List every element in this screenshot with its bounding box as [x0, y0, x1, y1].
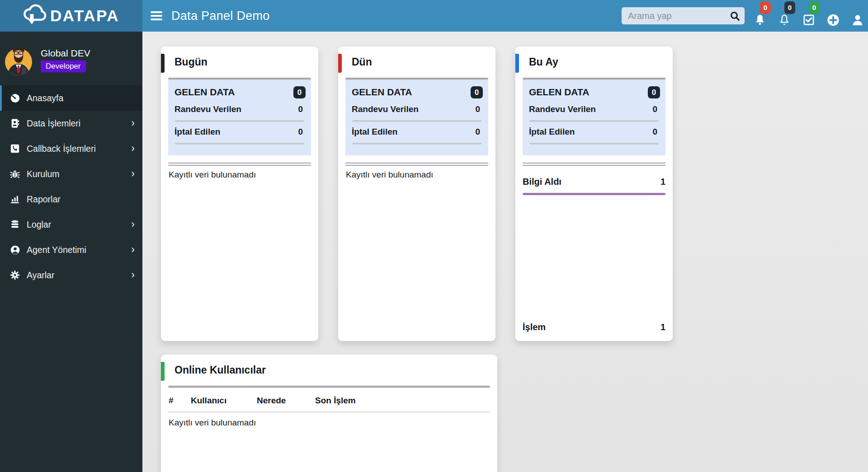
randevu-verilen-value: 0 — [475, 104, 483, 114]
chevron-right-icon: › — [131, 168, 135, 180]
card-title: Bu Ay — [529, 56, 558, 68]
sidebar-item-anasayfa[interactable]: Anasayfa — [0, 85, 142, 111]
card-bu-ay: Bu Ay GELEN DATA 0 Randevu Verilen 0 İpt… — [515, 47, 673, 341]
card-accent-bar — [161, 54, 165, 73]
divider — [345, 163, 488, 166]
card-accent-bar — [338, 54, 342, 73]
gelen-data-label: GELEN DATA — [175, 87, 235, 98]
sidebar-item-label: Data İşlemleri — [27, 118, 80, 129]
sidebar-item-label: Callback İşlemleri — [27, 144, 96, 154]
gelen-data-count-badge: 0 — [471, 86, 483, 98]
divider — [168, 411, 490, 412]
islem-label: İşlem — [523, 322, 546, 332]
alerts-count-badge: 0 — [760, 1, 771, 14]
chevron-right-icon: › — [131, 218, 135, 230]
chevron-right-icon: › — [131, 117, 135, 129]
iptal-edilen-value: 0 — [652, 127, 660, 137]
user-panel: Global DEV Developer — [0, 32, 142, 85]
randevu-verilen-value: 0 — [652, 104, 660, 114]
bell-outline-icon — [778, 14, 791, 26]
card-title: Online Kullanıcılar — [175, 364, 266, 376]
card-accent-bar — [515, 54, 519, 73]
card-title: Bugün — [175, 56, 208, 68]
card-online-kullanicilar: Online Kullanıcılar # Kullanıcı Nerede S… — [161, 355, 497, 472]
search-icon[interactable] — [729, 10, 741, 23]
phone-square-icon — [9, 143, 20, 154]
iptal-edilen-value: 0 — [475, 127, 483, 137]
database-icon — [9, 219, 20, 230]
sidebar-item-ayarlar[interactable]: Ayarlar › — [0, 262, 142, 288]
column-header-son-islem: Son İşlem — [315, 396, 356, 406]
divider — [529, 143, 659, 145]
sidebar-item-kurulum[interactable]: Kurulum › — [0, 161, 142, 187]
randevu-verilen-label: Randevu Verilen — [529, 104, 596, 114]
islem-value: 1 — [660, 322, 665, 332]
divider — [175, 120, 304, 122]
topbar-icon-group: 0 0 0 — [748, 0, 868, 32]
search-input[interactable] — [622, 7, 745, 24]
tachometer-icon — [9, 93, 20, 103]
bug-icon — [9, 168, 20, 179]
iptal-edilen-value: 0 — [298, 127, 306, 137]
sidebar: Global DEV Developer Anasayfa — [0, 32, 142, 472]
cloud-download-logo-icon — [23, 3, 47, 28]
add-new-menu[interactable] — [821, 0, 845, 32]
tasks-menu[interactable]: 0 — [797, 0, 821, 32]
bilgi-aldi-underline — [523, 193, 665, 195]
sidebar-item-label: Raporlar — [27, 194, 61, 205]
alerts-menu[interactable]: 0 — [748, 0, 772, 32]
empty-state-text: Kayıtlı veri bulunamadı — [346, 170, 433, 180]
empty-state-text: Kayıtlı veri bulunamadı — [169, 170, 256, 180]
empty-state-text: Kayıtlı veri bulunamadı — [169, 418, 256, 428]
notifications-menu[interactable]: 0 — [772, 0, 797, 32]
account-menu[interactable] — [845, 0, 868, 32]
gelen-data-label: GELEN DATA — [529, 87, 589, 98]
plus-circle-icon — [827, 14, 840, 27]
gelen-data-count-badge: 0 — [293, 86, 306, 98]
gelen-data-panel: GELEN DATA 0 Randevu Verilen 0 İptal Edi… — [345, 80, 488, 155]
card-title: Dün — [352, 56, 372, 68]
user-icon — [851, 14, 864, 27]
sidebar-item-label: Anasayfa — [27, 93, 63, 103]
chevron-right-icon: › — [131, 142, 135, 154]
brand-logo[interactable]: DATAPA — [0, 0, 142, 32]
chevron-right-icon: › — [131, 243, 135, 256]
divider — [352, 120, 481, 122]
gear-icon — [9, 270, 20, 280]
chevron-right-icon: › — [131, 269, 135, 281]
user-name: Global DEV — [41, 48, 90, 59]
randevu-verilen-label: Randevu Verilen — [352, 104, 419, 114]
iptal-edilen-label: İptal Edilen — [175, 127, 220, 137]
gelen-data-panel: GELEN DATA 0 Randevu Verilen 0 İptal Edi… — [523, 80, 665, 155]
card-dun: Dün GELEN DATA 0 Randevu Verilen 0 İptal… — [338, 47, 495, 341]
check-square-icon — [803, 14, 815, 26]
sidebar-item-label: Agent Yönetimi — [27, 245, 86, 255]
sidebar-item-label: Kurulum — [27, 169, 60, 179]
column-header-number: # — [169, 396, 174, 406]
sidebar-item-loglar[interactable]: Loglar › — [0, 212, 142, 237]
bell-filled-icon — [754, 14, 766, 26]
iptal-edilen-label: İptal Edilen — [529, 127, 575, 137]
divider — [523, 163, 665, 166]
brand-name: DATAPA — [50, 7, 119, 25]
search-box — [622, 7, 745, 24]
column-header-nerede: Nerede — [257, 396, 286, 406]
topbar: DATAPA Data Panel Demo 0 0 — [0, 0, 868, 32]
user-role-badge: Developer — [41, 61, 86, 72]
page-title: Data Panel Demo — [171, 0, 270, 32]
user-avatar — [5, 42, 33, 78]
divider — [529, 120, 659, 122]
card-accent-bar — [161, 362, 165, 381]
sidebar-menu: Anasayfa Data İşlemleri › — [0, 85, 142, 288]
randevu-verilen-label: Randevu Verilen — [175, 104, 241, 114]
sidebar-item-data-islemleri[interactable]: Data İşlemleri › — [0, 111, 142, 136]
notifications-count-badge: 0 — [784, 1, 795, 14]
sidebar-item-raporlar[interactable]: Raporlar — [0, 187, 142, 212]
sidebar-item-callback-islemleri[interactable]: Callback İşlemleri › — [0, 136, 142, 161]
column-header-kullanici: Kullanıcı — [191, 396, 226, 406]
sidebar-item-label: Ayarlar — [27, 270, 54, 280]
sidebar-toggle-hamburger-icon[interactable] — [151, 11, 163, 20]
sidebar-item-agent-yonetimi[interactable]: Agent Yönetimi › — [0, 237, 142, 262]
sidebar-item-label: Loglar — [27, 220, 51, 230]
bilgi-aldi-value: 1 — [660, 177, 665, 187]
